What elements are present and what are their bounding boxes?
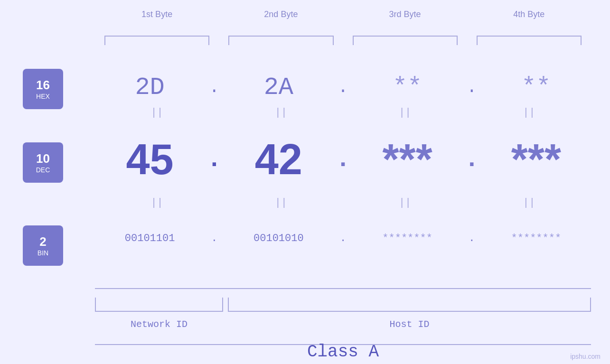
eq2-col3: || [343, 197, 467, 209]
dec-base-label: DEC [36, 166, 50, 174]
eq2-col4: || [467, 197, 591, 209]
host-id-bracket [228, 298, 591, 312]
bracket-line-3 [353, 36, 458, 45]
bin-val1: 00101101 [95, 233, 205, 244]
network-id-bracket [95, 298, 223, 312]
eq-row-2: || || || || [95, 197, 591, 209]
bracket-line-1 [104, 36, 209, 45]
hex-dot1: . [205, 78, 224, 97]
dec-val3: *** [353, 135, 462, 184]
eq1-col4: || [467, 107, 591, 119]
bin-base-label: BIN [38, 249, 48, 257]
eq2-col2: || [219, 197, 343, 209]
class-label: Class A [95, 342, 591, 362]
bin-dot3: . [462, 233, 481, 244]
bin-val2: 00101010 [224, 233, 333, 244]
dec-badge: 10 DEC [23, 142, 63, 183]
watermark: ipshu.com [570, 353, 601, 360]
dec-dot1: . [205, 146, 224, 174]
bin-bottom-line [95, 288, 591, 289]
hex-badge: 16 HEX [23, 69, 63, 109]
eq-row-1: || || || || [95, 107, 591, 119]
bin-dot2: . [334, 233, 353, 244]
hex-dot2: . [334, 78, 353, 97]
dec-row: 45 . 42 . *** . *** [95, 135, 591, 184]
dec-val1: 45 [95, 135, 205, 184]
eq1-col2: || [219, 107, 343, 119]
bracket-col-1 [95, 36, 219, 45]
hex-row: 2D . 2A . ** . ** [95, 74, 591, 102]
byte2-header: 2nd Byte [219, 9, 343, 19]
bin-badge: 2 BIN [23, 225, 63, 266]
bracket-line-2 [228, 36, 333, 45]
bracket-col-4 [467, 36, 591, 45]
hex-base-num: 16 [36, 78, 50, 93]
dec-val4: *** [481, 135, 591, 184]
bin-val4: ******** [481, 233, 591, 244]
host-id-label: Host ID [228, 319, 591, 330]
dec-base-num: 10 [36, 151, 50, 166]
byte3-header: 3rd Byte [343, 9, 467, 19]
bracket-line-4 [477, 36, 582, 45]
bin-val3: ******** [353, 233, 462, 244]
byte1-header: 1st Byte [95, 9, 219, 19]
byte-headers: 1st Byte 2nd Byte 3rd Byte 4th Byte [95, 9, 591, 19]
hex-val1: 2D [95, 74, 205, 102]
dec-dot2: . [334, 146, 353, 174]
hex-val2: 2A [224, 74, 333, 102]
hex-base-label: HEX [36, 93, 50, 100]
eq1-col1: || [95, 107, 219, 119]
bracket-col-3 [343, 36, 467, 45]
byte4-header: 4th Byte [467, 9, 591, 19]
dec-dot3: . [462, 146, 481, 174]
hex-dot3: . [462, 78, 481, 97]
bracket-col-2 [219, 36, 343, 45]
network-id-label: Network ID [95, 319, 223, 330]
eq2-col1: || [95, 197, 219, 209]
hex-val3: ** [353, 74, 462, 102]
bin-dot1: . [205, 233, 224, 244]
bin-base-num: 2 [39, 234, 46, 249]
hex-val4: ** [481, 74, 591, 102]
eq1-col3: || [343, 107, 467, 119]
bin-row: 00101101 . 00101010 . ******** . *******… [95, 233, 591, 244]
dec-val2: 42 [224, 135, 333, 184]
top-brackets [95, 36, 591, 45]
